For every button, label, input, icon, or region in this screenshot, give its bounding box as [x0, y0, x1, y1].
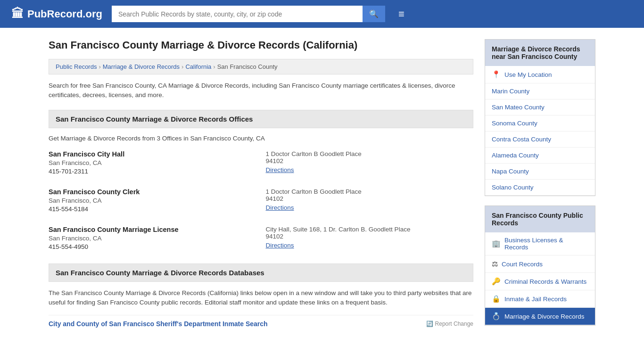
office-address-2: 1 Doctor Carlton B Goodlett Place 94102 …: [266, 188, 474, 213]
court-records-link[interactable]: Court Records: [502, 261, 543, 268]
sidebar-item-sonoma[interactable]: Sonoma County: [485, 115, 595, 132]
report-change-1[interactable]: 🔄 Report Change: [426, 321, 473, 327]
nearby-section-header: Marriage & Divorce Records near San Fran…: [485, 40, 595, 66]
sidebar-item-alameda[interactable]: Alameda County: [485, 148, 595, 164]
contra-costa-county-link[interactable]: Contra Costa County: [492, 136, 551, 143]
page-content: San Francisco County Marriage & Divorce …: [39, 28, 605, 346]
office-street-2: 1 Doctor Carlton B Goodlett Place: [266, 188, 362, 195]
marriage-divorce-label: Marriage & Divorce Records: [504, 313, 585, 320]
breadcrumb-sep-1: ›: [99, 63, 100, 70]
sidebar: Marriage & Divorce Records near San Fran…: [485, 39, 595, 335]
marriage-icon: 💍: [492, 312, 501, 321]
office-name-1: San Francisco City Hall: [49, 150, 256, 158]
logo[interactable]: 🏛 PubRecord.org: [11, 7, 102, 21]
directions-link-1[interactable]: Directions: [266, 166, 474, 173]
office-city-3: San Francisco, CA: [49, 235, 256, 242]
san-mateo-county-link[interactable]: San Mateo County: [492, 104, 545, 111]
sidebar-item-marriage-divorce[interactable]: 💍 Marriage & Divorce Records: [485, 308, 595, 325]
office-zip-3: 94102: [266, 233, 284, 240]
sidebar-item-criminal-records[interactable]: 🔑 Criminal Records & Warrants: [485, 273, 595, 290]
office-zip-2: 94102: [266, 195, 284, 202]
page-title: San Francisco County Marriage & Divorce …: [49, 39, 473, 51]
office-entry-2: San Francisco County Clerk San Francisco…: [49, 188, 473, 213]
office-entry-3: San Francisco County Marriage License Sa…: [49, 226, 473, 250]
breadcrumb-california[interactable]: California: [185, 63, 211, 70]
office-city-2: San Francisco, CA: [49, 197, 256, 204]
office-phone-1: 415-701-2311: [49, 168, 256, 175]
breadcrumb-sep-2: ›: [182, 63, 183, 70]
sidebar-use-my-location[interactable]: 📍 Use My Location: [485, 66, 595, 83]
directions-link-3[interactable]: Directions: [266, 242, 474, 249]
search-button[interactable]: 🔍: [363, 6, 385, 22]
nearby-box: Marriage & Divorce Records near San Fran…: [485, 39, 595, 196]
business-icon: 🏢: [492, 239, 501, 248]
criminal-records-link[interactable]: Criminal Records & Warrants: [504, 278, 586, 285]
offices-section-header: San Francisco County Marriage & Divorce …: [49, 110, 473, 128]
criminal-icon: 🔑: [492, 277, 501, 286]
solano-county-link[interactable]: Solano County: [492, 184, 534, 191]
search-input[interactable]: [112, 6, 363, 22]
office-name-3: San Francisco County Marriage License: [49, 226, 256, 233]
db-entry-link-1[interactable]: City and County of San Francisco Sheriff…: [49, 320, 268, 328]
databases-section-header: San Francisco County Marriage & Divorce …: [49, 263, 473, 282]
inmate-records-link[interactable]: Inmate & Jail Records: [504, 296, 567, 303]
directions-link-2[interactable]: Directions: [266, 204, 474, 211]
napa-county-link[interactable]: Napa County: [492, 168, 529, 175]
sidebar-item-business-licenses[interactable]: 🏢 Business Licenses & Records: [485, 232, 595, 255]
breadcrumb-current: San Francisco County: [217, 63, 278, 70]
business-licenses-link[interactable]: Business Licenses & Records: [504, 237, 588, 251]
office-phone-2: 415-554-5184: [49, 206, 256, 213]
office-info-2: San Francisco County Clerk San Francisco…: [49, 188, 256, 213]
marin-county-link[interactable]: Marin County: [492, 88, 529, 95]
main-column: San Francisco County Marriage & Divorce …: [49, 39, 473, 335]
breadcrumb-marriage-divorce[interactable]: Marriage & Divorce Records: [103, 63, 180, 70]
office-phone-3: 415-554-4950: [49, 243, 256, 250]
public-records-section-header: San Francisco County Public Records: [485, 206, 595, 232]
logo-icon: 🏛: [11, 7, 24, 21]
alameda-county-link[interactable]: Alameda County: [492, 152, 539, 159]
sonoma-county-link[interactable]: Sonoma County: [492, 120, 537, 127]
office-zip-1: 94102: [266, 157, 284, 165]
databases-description: The San Francisco County Marriage & Divo…: [49, 288, 473, 308]
use-my-location-label: Use My Location: [504, 71, 552, 78]
breadcrumb: Public Records › Marriage & Divorce Reco…: [49, 59, 473, 74]
office-info-3: San Francisco County Marriage License Sa…: [49, 226, 256, 250]
breadcrumb-sep-3: ›: [213, 63, 215, 70]
menu-button[interactable]: ≡: [398, 8, 405, 20]
sidebar-item-napa[interactable]: Napa County: [485, 164, 595, 180]
office-entry-1: San Francisco City Hall San Francisco, C…: [49, 150, 473, 175]
logo-text: PubRecord.org: [27, 8, 102, 20]
office-address-3: City Hall, Suite 168, 1 Dr. Carlton B. G…: [266, 226, 474, 250]
office-address-1: 1 Doctor Carlton B Goodlett Place 94102 …: [266, 150, 474, 175]
report-change-label-1: Report Change: [435, 321, 473, 327]
report-icon-1: 🔄: [426, 321, 433, 327]
court-icon: ⚖: [492, 260, 498, 268]
sidebar-item-inmate-records[interactable]: 🔒 Inmate & Jail Records: [485, 290, 595, 308]
page-description: Search for free San Francisco County, CA…: [49, 81, 473, 100]
header: 🏛 PubRecord.org 🔍 ≡: [0, 0, 644, 28]
inmate-icon: 🔒: [492, 295, 501, 303]
sidebar-item-court-records[interactable]: ⚖ Court Records: [485, 255, 595, 273]
office-info-1: San Francisco City Hall San Francisco, C…: [49, 150, 256, 175]
public-records-box: San Francisco County Public Records 🏢 Bu…: [485, 206, 595, 326]
sidebar-item-contra-costa[interactable]: Contra Costa County: [485, 132, 595, 148]
office-street-3: City Hall, Suite 168, 1 Dr. Carlton B. G…: [266, 226, 411, 233]
breadcrumb-public-records[interactable]: Public Records: [56, 63, 97, 70]
sidebar-item-san-mateo[interactable]: San Mateo County: [485, 99, 595, 115]
office-city-1: San Francisco, CA: [49, 159, 256, 166]
search-bar: 🔍: [112, 6, 385, 22]
offices-sub-description: Get Marriage & Divorce Records from 3 Of…: [49, 135, 473, 142]
office-street-1: 1 Doctor Carlton B Goodlett Place: [266, 150, 362, 157]
db-entry-1: City and County of San Francisco Sheriff…: [49, 315, 473, 332]
sidebar-item-marin[interactable]: Marin County: [485, 83, 595, 99]
location-icon: 📍: [492, 70, 501, 79]
sidebar-item-solano[interactable]: Solano County: [485, 180, 595, 196]
office-name-2: San Francisco County Clerk: [49, 188, 256, 196]
